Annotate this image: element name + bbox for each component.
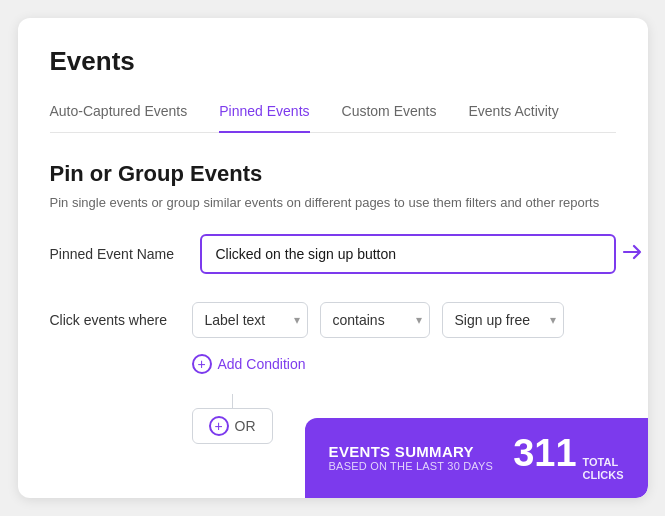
pinned-event-label: Pinned Event Name: [50, 246, 180, 262]
section-title: Pin or Group Events: [50, 161, 616, 187]
click-events-row: Click events where Label text Button tex…: [50, 302, 616, 338]
summary-text-block: Events Summary Based on the last 30 days: [329, 443, 494, 472]
tab-custom-events[interactable]: Custom Events: [342, 95, 437, 133]
events-summary-banner: Events Summary Based on the last 30 days…: [305, 418, 648, 498]
or-button[interactable]: + OR: [192, 408, 273, 444]
add-condition-button[interactable]: + Add Condition: [192, 354, 306, 374]
click-events-label: Click events where: [50, 312, 180, 328]
tab-pinned-events[interactable]: Pinned Events: [219, 95, 309, 133]
add-condition-plus-icon: +: [192, 354, 212, 374]
section-description: Pin single events or group similar event…: [50, 195, 616, 210]
main-card: Events Auto-Captured Events Pinned Event…: [18, 18, 648, 498]
tab-events-activity[interactable]: Events Activity: [468, 95, 558, 133]
add-condition-row: + Add Condition: [192, 354, 616, 374]
or-top-line: [232, 394, 233, 408]
summary-count-block: 311 TOTALCLICKS: [513, 434, 623, 482]
summary-count: 311: [513, 434, 576, 472]
pinned-event-input-wrapper: [200, 234, 616, 274]
or-label: OR: [235, 418, 256, 434]
header-section: Events Auto-Captured Events Pinned Event…: [18, 18, 648, 133]
arrow-icon: [622, 243, 644, 265]
value-select[interactable]: Sign up free Sign up Get started: [442, 302, 564, 338]
summary-count-label: TOTALCLICKS: [583, 456, 624, 482]
operator-select-wrapper: contains equals starts with ends with ▾: [320, 302, 430, 338]
add-condition-label: Add Condition: [218, 356, 306, 372]
tabs-nav: Auto-Captured Events Pinned Events Custo…: [50, 95, 616, 133]
pinned-event-row: Pinned Event Name: [50, 234, 616, 274]
summary-title: Events Summary: [329, 443, 494, 460]
value-select-wrapper: Sign up free Sign up Get started ▾: [442, 302, 564, 338]
operator-select[interactable]: contains equals starts with ends with: [320, 302, 430, 338]
or-plus-icon: +: [209, 416, 229, 436]
summary-subtitle: Based on the last 30 days: [329, 460, 494, 472]
field-select[interactable]: Label text Button text URL Element ID: [192, 302, 308, 338]
field-select-wrapper: Label text Button text URL Element ID ▾: [192, 302, 308, 338]
pinned-event-input[interactable]: [200, 234, 616, 274]
page-title: Events: [50, 46, 616, 77]
tab-auto-captured[interactable]: Auto-Captured Events: [50, 95, 188, 133]
